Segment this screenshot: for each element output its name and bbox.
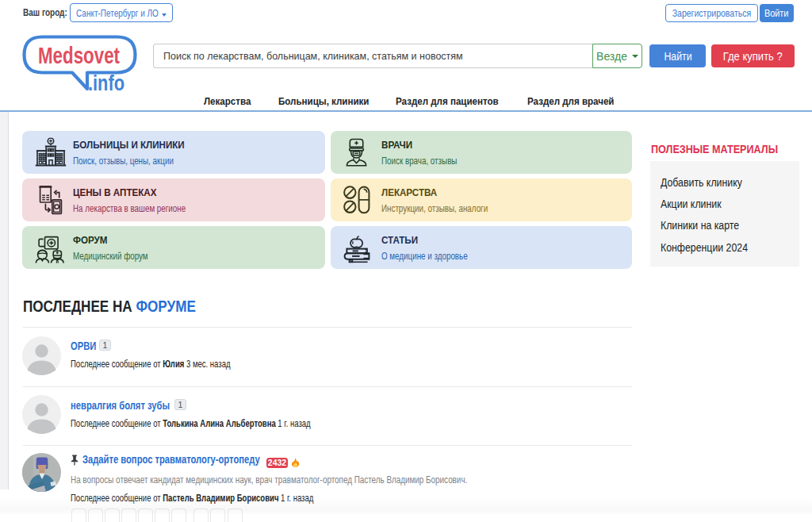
svg-text:.info: .info	[88, 71, 124, 95]
svg-text:Medsovet: Medsovet	[38, 42, 120, 68]
